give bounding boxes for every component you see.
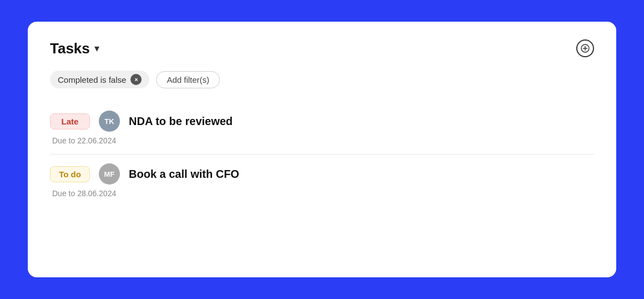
filter-label: Completed is false [58,75,126,84]
card-header: Tasks ▾ [50,39,594,57]
avatar: MF [99,163,120,185]
add-filter-button[interactable]: Add filter(s) [156,71,220,88]
task-due-date: Due to 28.06.2024 [52,189,594,198]
task-main-row: Late TK NDA to be reviewed [50,111,594,132]
task-item: Late TK NDA to be reviewed Due to 22.06.… [50,102,594,155]
add-task-button[interactable] [576,39,594,57]
filter-row: Completed is false × Add filter(s) [50,71,594,88]
chevron-down-icon[interactable]: ▾ [94,42,99,54]
tasks-card: Tasks ▾ Completed is false × Add filter(… [28,22,616,277]
task-due-date: Due to 22.06.2024 [52,136,594,145]
task-item: To do MF Book a call with CFO Due to 28.… [50,155,594,207]
task-title: NDA to be reviewed [129,115,233,128]
status-badge: To do [50,166,90,182]
task-title: Book a call with CFO [129,168,239,181]
task-main-row: To do MF Book a call with CFO [50,163,594,185]
header-left: Tasks ▾ [50,40,99,57]
avatar: TK [99,111,120,132]
page-title: Tasks [50,40,90,57]
task-list: Late TK NDA to be reviewed Due to 22.06.… [50,102,594,207]
completed-filter-tag[interactable]: Completed is false × [50,71,149,88]
status-badge: Late [50,113,90,129]
remove-filter-button[interactable]: × [130,74,142,85]
